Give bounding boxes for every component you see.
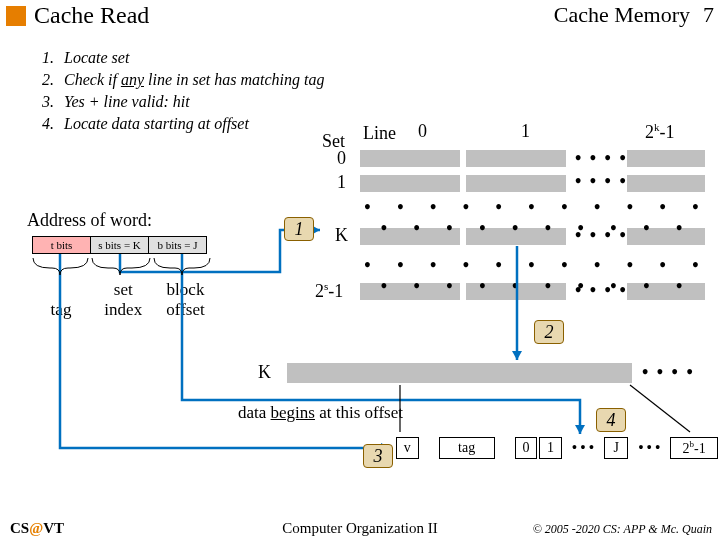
- s-bits-cell: s bits = K: [91, 237, 149, 254]
- step-marker-2: 2: [534, 320, 564, 344]
- cache-line: [360, 175, 460, 192]
- step-marker-3: 3: [363, 444, 393, 468]
- ellipsis-icon: • • • • • • • • • • • • • • • • • • • • …: [360, 255, 705, 297]
- slide-number: 7: [703, 2, 714, 28]
- ellipsis-icon: • • • • • • • • • • • • • • • • • • • • …: [360, 197, 705, 239]
- address-field-labels: tag setindex blockoffset: [32, 280, 215, 320]
- cache-line: [466, 150, 566, 167]
- address-label: Address of word:: [27, 210, 152, 231]
- accent-square: [6, 6, 26, 26]
- section-label: Cache Memory: [554, 2, 690, 28]
- cache-line: [466, 175, 566, 192]
- ellipsis-icon: • • • •: [575, 148, 628, 169]
- address-table: t bits s bits = K b bits = J: [32, 236, 207, 254]
- row-1: 1: [337, 172, 346, 193]
- line-label: Line: [363, 123, 396, 144]
- b-bits-cell: b bits = J: [149, 237, 207, 254]
- k-line-label: K: [258, 362, 271, 383]
- ellipsis-icon: • • • •: [575, 171, 628, 192]
- t-bits-cell: t bits: [33, 237, 91, 254]
- col-0: 0: [418, 121, 427, 142]
- cache-line: [627, 150, 705, 167]
- cache-line-detail: v tag 0 1 • • • J • • • 2b-1: [394, 435, 720, 461]
- slide-title: Cache Read: [34, 2, 149, 29]
- step-marker-1: 1: [284, 217, 314, 241]
- offset-note: data begins at this offset: [238, 403, 403, 423]
- svg-marker-3: [575, 425, 585, 434]
- ellipsis-icon: • • • •: [642, 362, 695, 383]
- cache-line: [360, 150, 460, 167]
- row-2s-1: 2s-1: [315, 280, 343, 302]
- col-1: 1: [521, 121, 530, 142]
- step-marker-4: 4: [596, 408, 626, 432]
- steps-list: 1.Locate set 2.Check if any line in set …: [40, 46, 326, 136]
- svg-marker-1: [512, 351, 522, 360]
- selected-cache-line: [287, 363, 632, 383]
- row-0: 0: [337, 148, 346, 169]
- col-2k-1: 2k-1: [645, 121, 675, 143]
- row-k: K: [335, 225, 348, 246]
- footer-right: © 2005 -2020 CS: APP & Mc. Quain: [533, 522, 712, 537]
- cache-line: [627, 175, 705, 192]
